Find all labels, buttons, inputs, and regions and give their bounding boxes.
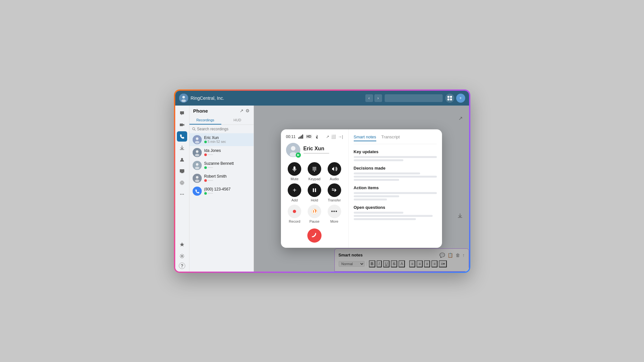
sn-line [354, 159, 404, 161]
svg-point-22 [195, 167, 199, 169]
contact-info: Robert Smith ······ [204, 174, 250, 182]
audio-label: Audio [330, 177, 339, 181]
svg-point-42 [293, 210, 296, 213]
keypad-button[interactable]: Keypad [306, 162, 323, 181]
transfer-call-icon[interactable]: →| [338, 135, 343, 139]
phone-header: Phone ↗ ⚙ [189, 106, 254, 116]
svg-point-34 [314, 168, 315, 169]
list-item[interactable]: Eric Xun 5 min 52 sec [189, 133, 254, 146]
contact-name: (800) 123-4567 [204, 187, 250, 191]
sn-title-key-updates: Key updates [354, 149, 437, 154]
add-icon-circle: + [288, 183, 301, 197]
search-input[interactable] [385, 94, 443, 102]
svg-point-16 [195, 141, 199, 144]
main-content: ··· ? Phone [175, 106, 469, 272]
forward-button[interactable]: › [374, 94, 382, 102]
svg-rect-40 [313, 188, 314, 192]
end-call-button[interactable] [307, 228, 322, 243]
sn-title-decisions: Decisions made [354, 166, 437, 171]
sidebar-item-apps[interactable] [177, 178, 187, 188]
contact-info: (800) 123-4567 ······ [204, 187, 250, 195]
svg-point-13 [192, 127, 195, 130]
device-frame: RingCentral, Inc. ‹ › + [174, 89, 470, 273]
tab-smart-notes[interactable]: Smart notes [354, 135, 376, 141]
list-item[interactable]: Robert Smith ······ [189, 172, 254, 185]
call-progress-bar [303, 153, 329, 154]
more-button[interactable]: ••• More [326, 205, 343, 223]
phone-search [189, 125, 254, 133]
sidebar-item-download[interactable] [177, 143, 187, 153]
add-button[interactable]: + [456, 94, 465, 103]
tab-transcript[interactable]: Transcript [381, 135, 400, 141]
grid-icon[interactable] [445, 94, 454, 103]
sn-line [354, 218, 416, 220]
list-item[interactable]: (800) 123-4567 ······ [189, 185, 254, 198]
contact-detail: ······ [204, 179, 250, 182]
mute-label: Mute [291, 177, 298, 181]
contact-name: Suzanne Bennett [204, 161, 250, 166]
svg-point-19 [195, 154, 199, 156]
svg-point-37 [314, 169, 315, 170]
phone-tabs: Recordings HUD [189, 116, 254, 125]
record-icon-circle [288, 205, 301, 218]
svg-point-24 [196, 176, 198, 179]
sn-title-actions: Action items [354, 185, 437, 190]
hold-label: Hold [311, 198, 318, 202]
record-button[interactable]: Record [286, 205, 303, 223]
bluetooth-icon [315, 135, 319, 139]
svg-point-2 [181, 99, 186, 102]
sidebar-item-settings[interactable] [177, 251, 187, 261]
sidebar-item-more[interactable]: ··· [177, 189, 187, 200]
svg-point-26 [193, 187, 202, 196]
external-icon[interactable]: ↗ [326, 135, 329, 139]
sn-decisions: Decisions made [354, 166, 437, 181]
tab-recordings[interactable]: Recordings [189, 116, 222, 125]
signal-bars [298, 135, 303, 139]
svg-point-32 [315, 167, 316, 168]
sn-line [354, 212, 404, 214]
audio-button[interactable]: Audio [326, 162, 343, 181]
call-controls: 00:11 HD [281, 129, 349, 248]
tab-hud[interactable]: HUD [221, 116, 254, 125]
sidebar-item-video[interactable] [177, 120, 187, 130]
add-button[interactable]: + Add [286, 183, 303, 202]
sn-actions: Action items [354, 185, 437, 200]
pause-label: Pause [309, 219, 319, 223]
call-contact-info: Eric Xun [303, 146, 329, 154]
sidebar-item-messages[interactable] [177, 166, 187, 176]
sidebar-item-chat[interactable] [177, 108, 187, 118]
list-item[interactable]: Suzanne Bennett ······ [189, 159, 254, 172]
hold-button[interactable]: Hold [306, 183, 323, 202]
svg-point-25 [195, 180, 199, 182]
sn-line [354, 215, 433, 217]
call-avatar: ▶ [286, 143, 300, 157]
search-recordings-input[interactable] [197, 127, 251, 131]
sidebar-item-starred[interactable] [177, 239, 187, 250]
contact-detail: ······ [204, 191, 250, 195]
sidebar-item-contacts[interactable] [177, 154, 187, 165]
phone-export-icon[interactable]: ↗ [240, 108, 244, 113]
back-button[interactable]: ‹ [365, 94, 373, 102]
mute-icon-circle [288, 162, 301, 176]
svg-point-31 [314, 167, 315, 168]
sidebar-item-help[interactable]: ? [179, 263, 185, 269]
list-item[interactable]: Ida Jones ······ [189, 146, 254, 159]
call-buttons-grid: Mute [286, 162, 343, 223]
smart-notes-panel: Smart notes Transcript Key updates Decis… [349, 129, 442, 248]
svg-point-12 [181, 255, 183, 257]
svg-point-21 [196, 163, 198, 166]
transfer-button[interactable]: Transfer [326, 183, 343, 202]
app-title: RingCentral, Inc. [191, 96, 363, 101]
contact-name: Robert Smith [204, 174, 250, 179]
phone-header-icons: ↗ ⚙ [240, 108, 250, 113]
screen-share-icon[interactable]: ⬜ [331, 135, 336, 139]
phone-settings-icon[interactable]: ⚙ [245, 108, 250, 113]
mute-button[interactable]: Mute [286, 162, 303, 181]
header-icons: + [445, 94, 465, 103]
sidebar-item-phone[interactable] [177, 131, 187, 142]
hold-icon-circle [308, 183, 321, 197]
svg-point-39 [314, 171, 315, 172]
call-right-tabs: Smart notes Transcript [354, 135, 437, 144]
pause-button[interactable]: Pause [306, 205, 323, 223]
call-end [286, 228, 343, 243]
